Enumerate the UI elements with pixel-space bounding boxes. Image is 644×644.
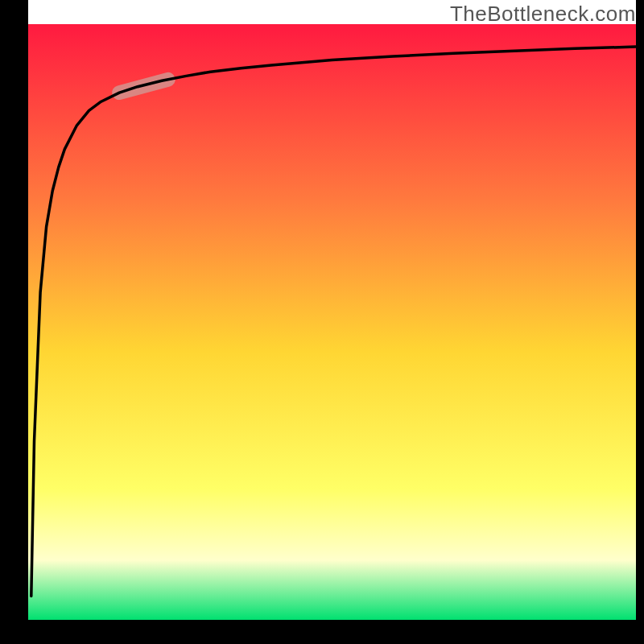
frame-right [636, 0, 644, 644]
chart-container: { "attribution": "TheBottleneck.com", "c… [0, 0, 644, 644]
frame-left [0, 0, 28, 644]
gradient-background [28, 24, 636, 620]
frame-bottom [0, 620, 644, 644]
chart-svg [0, 0, 644, 644]
attribution-text: TheBottleneck.com [450, 2, 636, 27]
